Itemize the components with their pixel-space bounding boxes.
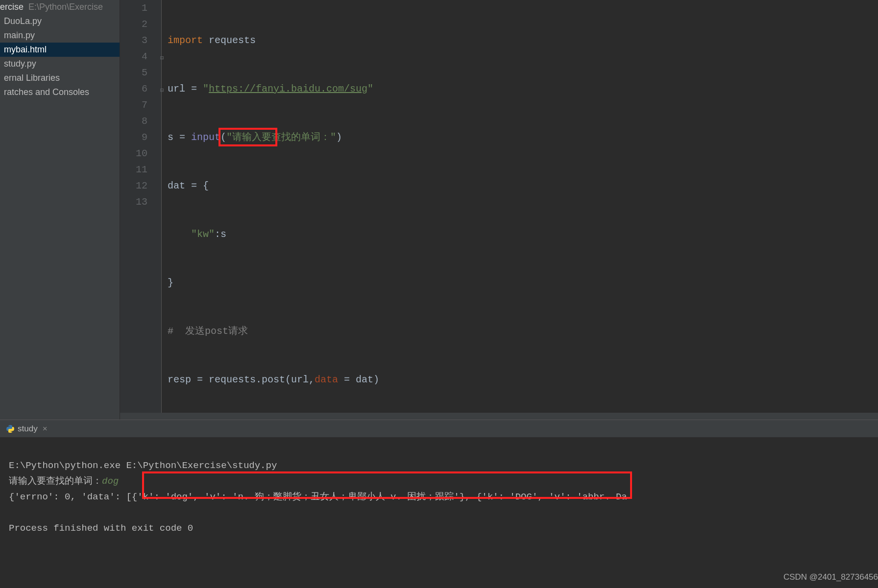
code-area[interactable]: import requests url = "https://fanyi.bai… xyxy=(162,0,878,413)
run-tab-label: study xyxy=(18,424,38,434)
watermark: CSDN @2401_82736456 xyxy=(783,569,878,585)
file-item-duola[interactable]: DuoLa.py xyxy=(0,14,120,28)
line-number: 9 xyxy=(120,129,147,145)
code-editor[interactable]: 1 2 3 4 5 6 7 8 9 10 11 12 13 ⊟ ⊟ import… xyxy=(120,0,878,413)
code-text: } xyxy=(168,277,173,288)
line-number: 8 xyxy=(120,113,147,129)
url-string: https://fanyi.baidu.com/sug xyxy=(209,83,367,94)
line-number: 13 xyxy=(120,194,147,210)
line-number: 1 xyxy=(120,0,147,16)
user-input: dog xyxy=(102,476,119,487)
dict-key: "kw" xyxy=(191,229,215,240)
string-quote: " xyxy=(367,83,373,94)
line-number: 10 xyxy=(120,145,147,162)
project-path: E:\Python\Exercise xyxy=(26,2,103,12)
string-literal: "请输入要查找的单词：" xyxy=(226,132,336,143)
run-tab-study[interactable]: study × xyxy=(2,422,51,436)
file-item-study[interactable]: study.py xyxy=(0,57,120,71)
code-text: = dat) xyxy=(338,374,379,385)
kwarg-data: data xyxy=(315,374,338,385)
input-prompt: 请输入要查找的单词： xyxy=(9,476,102,487)
line-number: 3 xyxy=(120,32,147,48)
code-text: :s xyxy=(215,229,226,240)
exec-command: E:\Python\python.exe E:\Python\Exercise\… xyxy=(9,460,277,471)
line-number: 12 xyxy=(120,178,147,194)
code-text: url = xyxy=(168,83,203,94)
indent xyxy=(168,229,191,240)
editor-scrollbar[interactable] xyxy=(120,413,878,420)
line-number: 11 xyxy=(120,162,147,178)
kw-import: import xyxy=(168,35,203,46)
project-name: ercise xyxy=(0,2,24,12)
gutter: 1 2 3 4 5 6 7 8 9 10 11 12 13 ⊟ ⊟ xyxy=(120,0,162,413)
code-text: dat = { xyxy=(168,180,209,191)
run-tool-window: study × E:\Python\python.exe E:\Python\E… xyxy=(0,420,878,588)
terminal-output[interactable]: E:\Python\python.exe E:\Python\Exercise\… xyxy=(0,437,878,588)
code-text: resp = requests.post(url, xyxy=(168,374,315,385)
line-number: 4 xyxy=(120,48,147,65)
close-icon[interactable]: × xyxy=(43,424,48,434)
string-quote: " xyxy=(203,83,209,94)
line-number: 6 xyxy=(120,81,147,97)
module-name: requests xyxy=(203,35,256,46)
line-number: 2 xyxy=(120,16,147,32)
comment: # 发送post请求 xyxy=(168,326,248,337)
file-item-mybai[interactable]: mybai.html xyxy=(0,43,120,57)
scratches-consoles[interactable]: ratches and Consoles xyxy=(0,85,120,99)
project-sidebar[interactable]: ercise E:\Python\Exercise DuoLa.py main.… xyxy=(0,0,120,420)
run-tabs: study × xyxy=(0,420,878,437)
builtin-input: input xyxy=(191,132,220,143)
project-root[interactable]: ercise E:\Python\Exercise xyxy=(0,0,120,14)
line-number: 5 xyxy=(120,65,147,81)
program-output: {'errno': 0, 'data': [{'k': 'dog', 'v': … xyxy=(9,492,627,502)
paren: ) xyxy=(336,132,342,143)
exit-status: Process finished with exit code 0 xyxy=(9,523,193,534)
python-icon xyxy=(6,424,15,433)
line-number: 7 xyxy=(120,97,147,113)
paren: ( xyxy=(220,132,226,143)
external-libraries[interactable]: ernal Libraries xyxy=(0,71,120,85)
file-item-main[interactable]: main.py xyxy=(0,28,120,43)
code-text: s = xyxy=(168,132,191,143)
